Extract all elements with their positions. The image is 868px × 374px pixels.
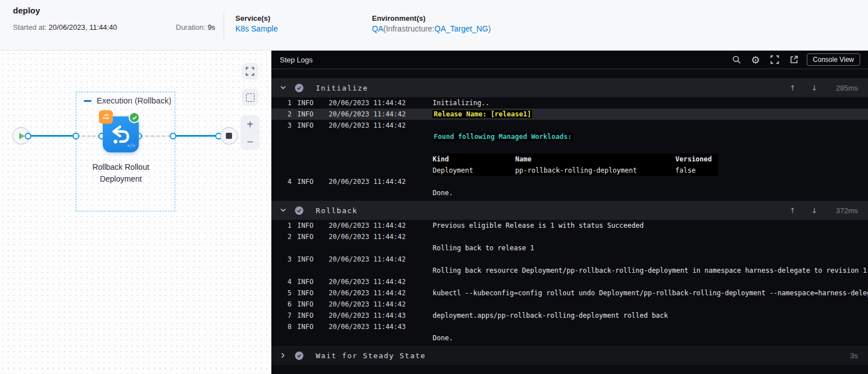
edge-start-to-stage	[28, 135, 76, 137]
zoom-in-button[interactable]: +	[247, 119, 253, 130]
port-stage-right	[170, 133, 176, 139]
step-label-line2: Deployment	[65, 173, 177, 185]
console-view-button[interactable]: Console View	[807, 53, 860, 66]
section-duration: 372ms	[832, 206, 858, 215]
log-level: INFO	[297, 254, 313, 265]
fullscreen-icon[interactable]	[769, 53, 781, 66]
log-row[interactable]: 1INFO20/06/2023 11:44:42Initializing..	[271, 97, 868, 109]
chevron-right-icon[interactable]	[279, 352, 287, 359]
pipeline-canvas[interactable]: Execution (Rollback)	[0, 51, 271, 374]
log-row[interactable]: 3INFO20/06/2023 11:44:42	[271, 254, 868, 265]
search-icon[interactable]	[730, 53, 743, 66]
log-level: INFO	[297, 120, 313, 131]
log-line-number: 3	[279, 254, 292, 265]
scroll-up-icon[interactable]: ↑	[789, 206, 796, 215]
log-line-number: 2	[279, 231, 292, 242]
log-row[interactable]: Done.	[271, 332, 868, 344]
log-line-number: 2	[279, 109, 292, 120]
log-row[interactable]: Found following Managed Workloads:	[271, 131, 868, 142]
chevron-down-icon[interactable]	[279, 207, 287, 214]
log-row[interactable]: 6INFO20/06/2023 11:44:42	[271, 299, 868, 310]
settings-gear-icon[interactable]: ⚙	[749, 53, 762, 66]
marquee-select-icon	[246, 93, 255, 102]
zoom-out-button[interactable]: −	[247, 136, 253, 147]
log-timestamp: 20/06/2023 11:44:43	[329, 321, 406, 332]
log-level: INFO	[297, 176, 313, 187]
log-line-number: 6	[279, 299, 292, 310]
log-line-number: 5	[279, 287, 292, 299]
log-row[interactable]: 4INFO20/06/2023 11:44:42	[271, 176, 868, 187]
canvas-marquee-select-button[interactable]	[242, 89, 258, 106]
edge-stage-to-end	[173, 135, 219, 137]
environment-link[interactable]: QA	[372, 24, 383, 33]
service-name[interactable]: K8s Sample	[235, 24, 278, 33]
log-line-number: 4	[279, 176, 292, 187]
stage-label: Execution (Rollback)	[97, 96, 171, 105]
section-header-rollback[interactable]: Rollback↑↓372ms	[271, 201, 868, 220]
step-label-line1: Rollback Rollout	[65, 161, 177, 173]
log-message-highlight: Release Name: [release1]	[433, 110, 532, 118]
log-row[interactable]: 2INFO20/06/2023 11:44:42	[271, 231, 868, 242]
log-sections: Initialize↑↓285ms1INFO20/06/2023 11:44:4…	[271, 78, 868, 365]
log-message: Previous eligible Release is 1 with stat…	[433, 220, 868, 231]
infrastructure-prefix: (Infrastructure:	[383, 24, 434, 33]
log-row[interactable]: Rolling back to release 1	[271, 242, 868, 254]
log-line-number: 7	[279, 310, 292, 321]
log-timestamp: 20/06/2023 11:44:42	[329, 299, 406, 310]
scroll-down-icon[interactable]: ↓	[811, 206, 817, 215]
log-row[interactable]: 2INFO20/06/2023 11:44:42Release Name: [r…	[271, 109, 868, 120]
collapse-minus-icon[interactable]	[84, 100, 92, 102]
log-row[interactable]: 5INFO20/06/2023 11:44:42kubectl --kubeco…	[271, 287, 868, 299]
log-timestamp: 20/06/2023 11:44:42	[329, 276, 406, 287]
log-row[interactable]: 3INFO20/06/2023 11:44:42	[271, 120, 868, 131]
log-row[interactable]: Rolling back resource Deployment/pp-roll…	[271, 265, 868, 276]
log-level: INFO	[297, 220, 313, 231]
section-header-initialize[interactable]: Initialize↑↓285ms	[271, 78, 868, 97]
play-icon	[19, 133, 25, 139]
canvas-fit-view-button[interactable]	[242, 63, 258, 80]
infrastructure-link[interactable]: QA_Target_NG	[434, 24, 488, 33]
log-message: deployment.apps/pp-rollback-rolling-depl…	[433, 310, 868, 321]
log-section-initialize: Initialize↑↓285ms1INFO20/06/2023 11:44:4…	[271, 78, 868, 199]
log-row[interactable]: Done.	[271, 187, 868, 199]
scroll-down-icon[interactable]: ↓	[811, 84, 817, 92]
success-check-icon	[295, 352, 303, 360]
open-in-new-icon[interactable]	[788, 53, 800, 66]
service-link[interactable]: K8s Sample	[235, 24, 278, 33]
log-message: Deploymentpp-rollback-rolling-deployment…	[433, 165, 868, 176]
log-row[interactable]: 1INFO20/06/2023 11:44:42Previous eligibl…	[271, 220, 868, 231]
log-line-number: 8	[279, 321, 292, 332]
log-row[interactable]: 4INFO20/06/2023 11:44:42	[271, 276, 868, 287]
log-row[interactable]: KindNameVersioned	[271, 154, 868, 165]
log-row[interactable]	[271, 142, 868, 154]
started-at-label: Started at:	[13, 23, 47, 31]
log-row[interactable]: 7INFO20/06/2023 11:44:43deployment.apps/…	[271, 310, 868, 321]
canvas-zoom-controls[interactable]: + −	[240, 115, 260, 150]
section-duration: 3s	[832, 352, 858, 360]
end-node	[220, 127, 238, 145]
services-label: Service(s)	[235, 14, 270, 22]
stop-icon	[226, 133, 232, 139]
log-row[interactable]: 8INFO20/06/2023 11:44:43	[271, 321, 868, 332]
log-level: INFO	[297, 299, 313, 310]
workload-table-header: KindNameVersioned	[433, 154, 718, 165]
log-message: kubectl --kubeconfig=config rollout undo…	[433, 287, 868, 299]
header-divider	[224, 11, 224, 38]
log-timestamp: 20/06/2023 11:44:42	[329, 97, 406, 109]
section-header-wait-for-steady-state[interactable]: Wait for Steady State3s	[271, 346, 868, 365]
log-timestamp: 20/06/2023 11:44:42	[329, 120, 406, 131]
section-name: Rollback	[316, 206, 358, 215]
scroll-up-icon[interactable]: ↑	[789, 84, 796, 92]
section-name: Wait for Steady State	[316, 352, 426, 360]
log-timestamp: 20/06/2023 11:44:43	[329, 310, 406, 321]
started-at-value: 20/06/2023, 11:44:40	[49, 23, 117, 31]
log-message: Done.	[433, 332, 868, 344]
port-stage-left	[72, 133, 79, 139]
log-row[interactable]: Deploymentpp-rollback-rolling-deployment…	[271, 165, 868, 176]
duration-label: Duration:	[176, 23, 206, 31]
step-label: Rollback Rollout Deployment	[65, 161, 177, 185]
log-level: INFO	[297, 231, 313, 242]
chevron-down-icon[interactable]	[279, 84, 287, 91]
started-at: Started at: 20/06/2023, 11:44:40	[13, 23, 117, 31]
workload-table-row: Deploymentpp-rollback-rolling-deployment…	[433, 165, 718, 176]
